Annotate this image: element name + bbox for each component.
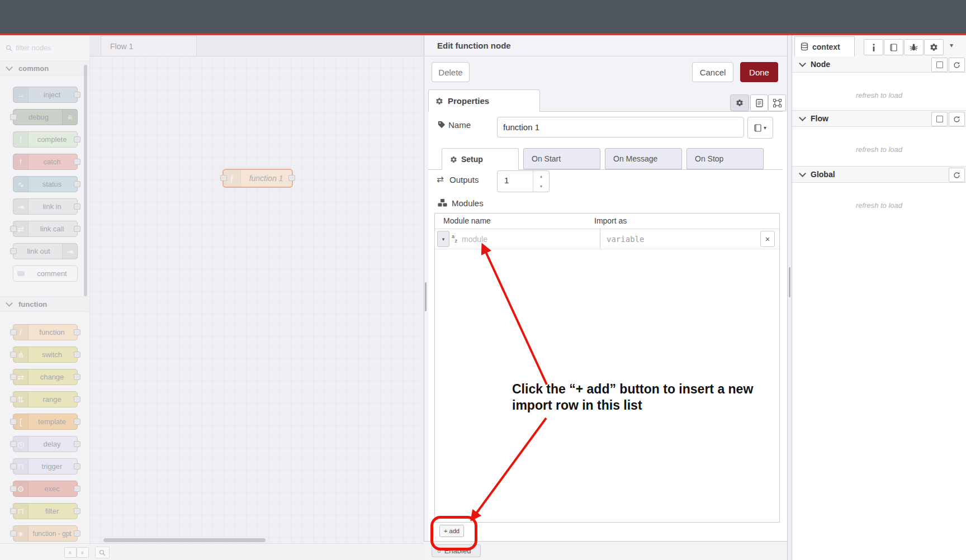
sidebar-resize-handle[interactable] (789, 267, 790, 297)
input-port (10, 114, 17, 120)
palette-category-function[interactable]: function (0, 296, 89, 312)
flow-context-refresh-button[interactable] (949, 112, 965, 126)
output-port (74, 352, 80, 358)
spinner-down-icon[interactable]: ▾ (533, 182, 549, 192)
outputs-stepper[interactable]: 1 ▴ ▾ (497, 170, 550, 192)
refresh-icon (953, 61, 960, 69)
context-flow-hint: refresh to load (792, 145, 966, 154)
palette-node-function-gpt[interactable]: ∗ function - gpt (13, 525, 78, 542)
output-port (74, 486, 80, 492)
palette-node-function[interactable]: ƒ function (13, 324, 78, 340)
name-input[interactable] (497, 117, 744, 137)
tab-setup[interactable]: Setup (442, 148, 519, 170)
tab-properties[interactable]: Properties (428, 89, 540, 112)
palette-search[interactable]: filter nodes (0, 35, 89, 61)
node-context-select-button[interactable] (931, 58, 948, 72)
palette-node-link-call[interactable]: ⇄ link call (13, 221, 78, 237)
sort-az-icon: a z (451, 231, 458, 246)
node-properties-view-button[interactable] (730, 94, 749, 111)
tab-context[interactable]: context (794, 36, 855, 56)
canvas-node-function-1[interactable]: ƒ function 1 (222, 169, 293, 188)
cancel-button[interactable]: Cancel (692, 62, 733, 82)
tray-resize-handle[interactable] (425, 282, 427, 311)
remove-row-button[interactable]: × (760, 231, 775, 247)
column-module-name: Module name (443, 216, 491, 225)
node-appearance-button[interactable] (768, 94, 786, 111)
enabled-circle-icon: ○ (437, 548, 441, 554)
expand-all-button[interactable]: » (77, 547, 89, 558)
sidebar-separator[interactable] (787, 35, 792, 560)
database-icon (801, 42, 808, 51)
canvas-horizontal-scrollbar[interactable] (103, 538, 266, 542)
done-button[interactable]: Done (740, 62, 778, 82)
search-icon (99, 549, 106, 556)
palette-node-range[interactable]: ⇅ range (13, 391, 78, 407)
tab-on-message[interactable]: On Message (605, 148, 682, 169)
refresh-icon (953, 172, 960, 179)
input-port (10, 248, 17, 254)
output-port (74, 181, 80, 187)
info-tab-button[interactable] (864, 39, 883, 55)
canvas-grid[interactable] (89, 56, 424, 543)
column-divider (600, 229, 600, 249)
help-tab-button[interactable] (884, 39, 903, 55)
palette-node-trigger[interactable]: ⊓ trigger (13, 458, 78, 474)
module-name-input[interactable] (461, 230, 597, 248)
palette-node-change[interactable]: ⇄ change (13, 369, 78, 385)
palette-node-filter[interactable]: ⊓ filter (13, 503, 78, 519)
square-icon (936, 116, 943, 122)
spinner-up-icon[interactable]: ▴ (533, 171, 549, 182)
sidebar-menu-caret-icon[interactable]: ▾ (950, 41, 953, 49)
canvas-search-button[interactable] (95, 547, 110, 558)
debug-tab-button[interactable] (904, 39, 924, 55)
palette-node-switch[interactable]: ⋔ switch (13, 347, 78, 363)
enabled-toggle-button[interactable]: ○ Enabled (432, 544, 481, 557)
delete-button[interactable]: Delete (432, 62, 470, 82)
dialog-title: Edit function node (424, 35, 787, 56)
palette-scrollbar[interactable] (84, 65, 87, 296)
input-port (10, 463, 17, 469)
tab-flow-1[interactable]: Flow 1 (101, 36, 197, 56)
input-port (10, 329, 17, 335)
output-port (74, 329, 80, 335)
global-context-refresh-button[interactable] (949, 168, 965, 182)
node-description-button[interactable] (750, 94, 768, 111)
refresh-icon (953, 116, 960, 123)
import-as-input[interactable] (605, 230, 747, 248)
palette-node-inject[interactable]: → inject (13, 87, 78, 103)
palette-node-status[interactable]: ∿ status (13, 176, 78, 192)
enabled-label: Enabled (444, 547, 471, 555)
name-history-button[interactable]: ▾ (747, 117, 773, 139)
collapse-all-button[interactable]: « (64, 547, 77, 558)
palette-node-link-in[interactable]: ⇥ link in (13, 198, 78, 215)
palette-node-template[interactable]: { template (13, 414, 78, 430)
chevron-down-icon (799, 114, 806, 121)
output-port (74, 396, 80, 402)
modules-table-header: Module name Import as (435, 213, 779, 229)
palette-node-exec[interactable]: ⚙ exec (13, 481, 78, 497)
palette-node-debug[interactable]: ≡ debug (13, 109, 78, 125)
input-port (10, 374, 17, 380)
spinner-buttons[interactable]: ▴ ▾ (533, 171, 549, 192)
output-port (74, 226, 80, 232)
config-tab-button[interactable] (924, 39, 944, 55)
input-port (10, 419, 17, 425)
palette-node-delay[interactable]: ◷ delay (13, 436, 78, 452)
palette-node-comment[interactable]: comment (13, 265, 78, 282)
output-port[interactable] (288, 175, 295, 181)
context-section-global[interactable]: Global (792, 166, 966, 183)
name-label: Name (448, 120, 471, 130)
palette-node-link-out[interactable]: ⇥ link out (13, 243, 78, 259)
palette-category-common[interactable]: common (0, 60, 89, 76)
gear-icon (450, 156, 457, 163)
module-type-dropdown-button[interactable]: ▾ (437, 231, 449, 247)
tab-on-stop[interactable]: On Stop (686, 148, 764, 169)
palette-node-complete[interactable]: ! complete (13, 131, 78, 148)
flow-context-select-button[interactable] (931, 112, 948, 126)
add-import-row-button[interactable]: + add (439, 525, 464, 537)
input-port[interactable] (220, 175, 227, 181)
node-context-refresh-button[interactable] (949, 58, 965, 72)
tab-on-start[interactable]: On Start (523, 148, 600, 169)
output-port (74, 508, 80, 514)
palette-node-catch[interactable]: ! catch (13, 154, 78, 170)
